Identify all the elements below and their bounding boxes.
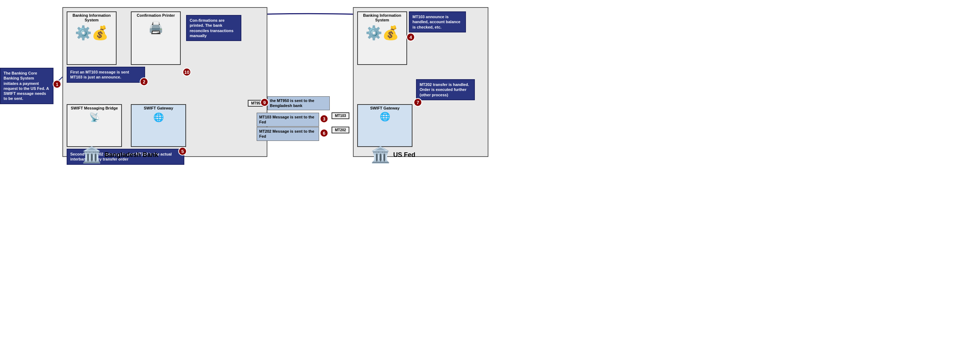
step8-circle: 8 [491, 36, 492, 44]
bd-smb-title: SWIFT Messaging Bridge [67, 105, 121, 112]
bd-printer-icon: 🖨️ [132, 19, 180, 36]
bd-swift-gw-box: SWIFT Gateway 🌐 [131, 104, 186, 147]
step3-circle: 3 [320, 115, 328, 123]
bd-bis-box: Banking Information System ⚙️💰 [67, 11, 116, 65]
step10-note: Con-firmations are printed. The bank rec… [186, 15, 241, 41]
bd-bis-icon: ⚙️💰 [67, 24, 116, 42]
usfed-bis-title: Banking Information System [358, 12, 406, 24]
diagram-container: The Banking Core Banking System initiate… [0, 0, 492, 171]
bd-smb-box: SWIFT Messaging Bridge 📡 [67, 104, 122, 147]
step1-circle: 1 [53, 80, 61, 88]
usfed-label: US Fed [393, 151, 415, 159]
step1-tooltip: The Banking Core Banking System initiate… [0, 68, 54, 104]
step3-label: MT103 Message is sent to the Fed [257, 113, 319, 127]
step9-label: the MT950 is sent to the Bengladesh bank [267, 96, 330, 110]
bd-conf-printer-box: Confirmation Printer 🖨️ [131, 11, 181, 65]
us-fed-footer: 🏛️ US Fed [371, 145, 415, 164]
bd-swift-gw-title: SWIFT Gateway [132, 105, 185, 112]
step5-circle: 5 [178, 147, 187, 156]
step10-circle: 10 [183, 68, 191, 76]
usfed-gw-icon: 🌐 [358, 112, 412, 122]
step6-label: MT202 Message is sent to the Fed [257, 127, 319, 141]
step2-note: First an MT103 message is sent MT103 is … [67, 67, 145, 83]
bd-bis-title: Banking Information System [67, 12, 116, 24]
bangladesh-bank-panel: Banking Information System ⚙️💰 First an … [62, 7, 267, 157]
mt202-mid-tag: MT202 [331, 127, 349, 134]
step7-note: MT202 transfer is handled. Order is exec… [416, 79, 475, 100]
bd-bank-label: Bangladesh Bank [105, 151, 158, 159]
mt103-mid-tag: MT103 [331, 112, 349, 119]
bd-conf-printer-title: Confirmation Printer [132, 12, 180, 19]
bd-smb-icon: 📡 [67, 112, 121, 123]
step4-note: MT103 announce is handled, account balan… [409, 11, 466, 32]
usfed-swift-gw-box: SWIFT Gateway 🌐 [357, 104, 412, 147]
usfed-bis-box: Banking Information System ⚙️💰 [357, 11, 407, 65]
usfed-swift-gw-title: SWIFT Gateway [358, 105, 412, 112]
step9-circle: 9 [260, 98, 269, 107]
bd-bank-icon: 🏛️ [82, 145, 102, 164]
bangladesh-bank-footer: 🏛️ Bangladesh Bank [82, 145, 158, 164]
step7-circle: 7 [414, 98, 422, 107]
usfed-bis-icon: ⚙️💰 [358, 24, 406, 42]
step6-circle: 6 [320, 129, 328, 137]
step2-circle: 2 [140, 77, 148, 86]
bd-swift-gw-icon: 🌐 [132, 112, 185, 123]
usfed-icon: 🏛️ [371, 145, 390, 164]
us-fed-panel: Banking Information System ⚙️💰 MT103 ann… [353, 7, 488, 157]
step4-circle: 4 [406, 33, 415, 41]
